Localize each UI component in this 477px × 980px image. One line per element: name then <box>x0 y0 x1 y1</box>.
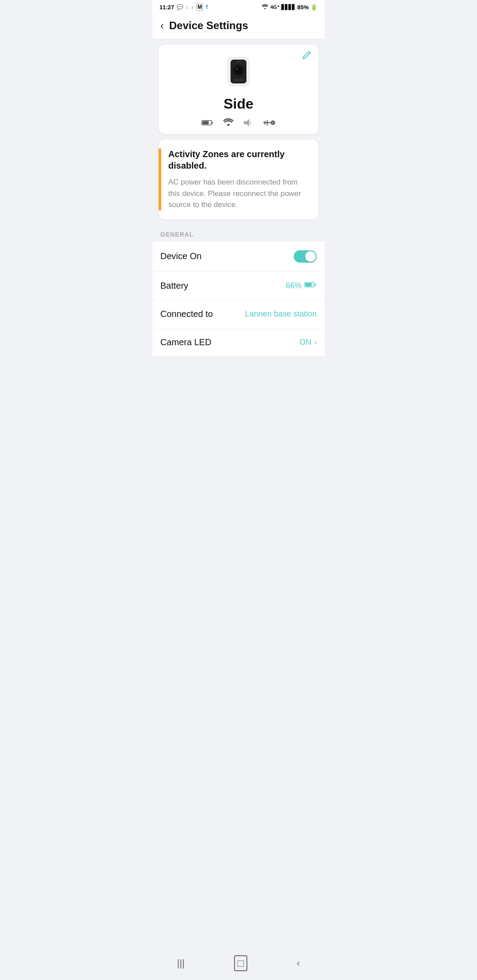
svg-point-18 <box>272 121 274 124</box>
svg-rect-20 <box>314 284 316 286</box>
device-on-toggle[interactable] <box>294 250 317 263</box>
status-left: 11:27 💬 ↕ ↕ M f <box>159 4 208 11</box>
device-wifi-icon <box>223 118 234 127</box>
device-status-icons <box>166 118 311 127</box>
status-bar: 11:27 💬 ↕ ↕ M f 4G⁺ ▋▋▋▋ 85% 🔋 <box>152 0 325 12</box>
device-on-label: Device On <box>160 251 201 261</box>
svg-point-12 <box>227 124 230 126</box>
battery-percent: 85% <box>297 4 309 11</box>
warning-banner: Activity Zones are currently disabled. A… <box>159 139 318 219</box>
camera-led-setting[interactable]: Camera LED ON › <box>152 328 325 356</box>
settings-list: Device On Battery 66% Connected to Lanne… <box>152 241 325 356</box>
network-type-icon: 4G⁺ <box>270 4 280 10</box>
svg-marker-13 <box>244 119 249 126</box>
status-signal-icon: ↕ <box>186 4 189 10</box>
svg-rect-8 <box>234 79 244 81</box>
device-on-setting[interactable]: Device On <box>152 241 325 272</box>
connected-to-setting[interactable]: Connected to Lannen base station <box>152 300 325 328</box>
status-right: 4G⁺ ▋▋▋▋ 85% 🔋 <box>261 4 318 11</box>
signal-bars-icon: ▋▋▋▋ <box>281 4 295 10</box>
camera-led-value: ON › <box>299 338 317 347</box>
battery-label: Battery <box>160 281 188 291</box>
warning-content: Activity Zones are currently disabled. A… <box>168 148 310 211</box>
device-stream-icon <box>262 119 276 127</box>
connected-to-value: Lannen base station <box>245 309 317 319</box>
camera-led-status: ON <box>299 338 311 347</box>
chevron-right-icon: › <box>314 338 317 347</box>
status-fb-icon: f <box>206 4 208 10</box>
svg-point-6 <box>236 68 238 70</box>
edit-icon[interactable] <box>302 51 311 63</box>
general-section-label: GENERAL <box>152 223 325 241</box>
device-card: Side <box>159 45 318 134</box>
camera-image-container <box>166 52 311 91</box>
svg-rect-21 <box>306 283 312 286</box>
page-title: Device Settings <box>169 19 248 32</box>
wifi-status-icon <box>261 4 269 11</box>
status-m-icon: M <box>196 4 203 11</box>
status-time: 11:27 <box>159 4 174 11</box>
battery-percentage: 66% <box>286 281 302 290</box>
battery-setting: Battery 66% <box>152 272 325 300</box>
svg-rect-10 <box>212 122 213 124</box>
back-button[interactable]: ‹ <box>160 20 164 31</box>
svg-rect-7 <box>236 60 241 62</box>
svg-point-0 <box>265 8 266 9</box>
camera-led-label: Camera LED <box>160 337 212 347</box>
warning-body: AC power has been disconnected from this… <box>168 177 310 211</box>
warning-title: Activity Zones are currently disabled. <box>168 148 310 171</box>
device-speaker-icon <box>243 118 254 127</box>
toggle-knob <box>305 251 316 262</box>
connected-to-label: Connected to <box>160 309 213 319</box>
device-battery-icon <box>201 119 214 126</box>
device-name: Side <box>166 96 311 112</box>
connected-to-station: Lannen base station <box>245 309 317 319</box>
warning-stripe <box>159 148 161 211</box>
battery-icon <box>304 281 317 290</box>
status-signal2-icon: ↕ <box>191 4 194 10</box>
battery-value-container: 66% <box>286 281 317 290</box>
status-msg-icon: 💬 <box>177 4 183 10</box>
camera-image <box>219 52 258 91</box>
page-header: ‹ Device Settings <box>152 12 325 39</box>
battery-status-icon: 🔋 <box>310 4 318 11</box>
svg-rect-11 <box>203 121 209 124</box>
